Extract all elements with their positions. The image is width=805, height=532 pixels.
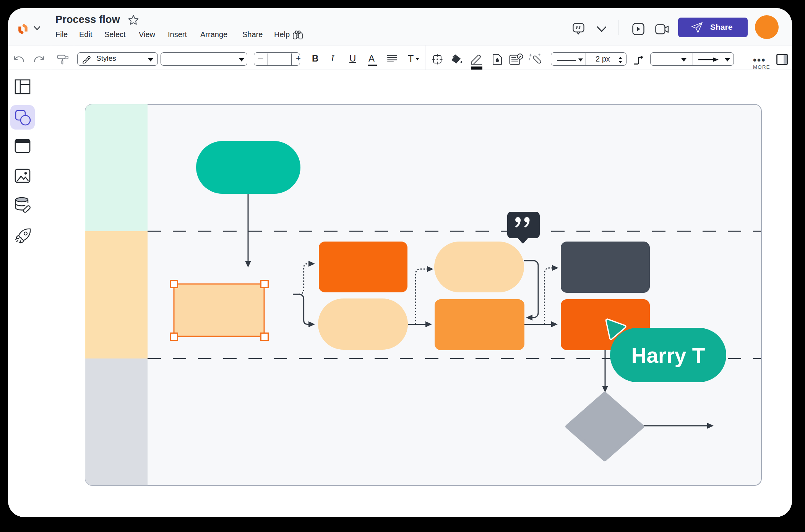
svg-text:Harry T: Harry T xyxy=(631,344,705,367)
